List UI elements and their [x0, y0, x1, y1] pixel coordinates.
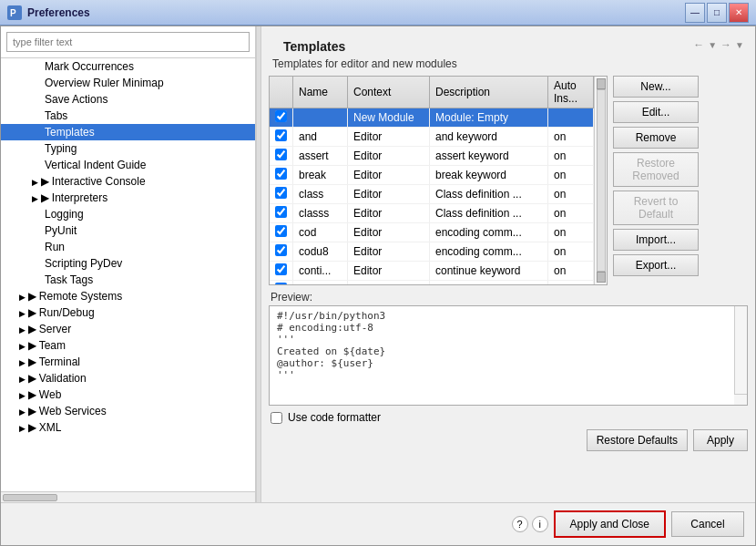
nav-arrows: ← ▼ → ▼ — [693, 38, 744, 51]
tree-item[interactable]: ▶ Terminal — [1, 354, 255, 370]
formatter-checkbox[interactable] — [271, 412, 282, 424]
col-context: Context — [348, 77, 430, 108]
row-context: Editor — [348, 223, 430, 242]
tree-item[interactable]: ▶ Remote Systems — [1, 288, 255, 304]
row-auto: on — [548, 242, 594, 262]
row-name: break — [293, 166, 348, 185]
row-context: Editor — [348, 185, 430, 204]
tree-item[interactable]: Scripting PyDev — [1, 255, 255, 272]
tree-item[interactable]: Typing — [1, 140, 255, 157]
row-checkbox[interactable] — [270, 242, 293, 262]
row-description: continue keyword — [430, 262, 548, 281]
back-icon[interactable]: ← — [693, 38, 704, 51]
svg-text:P: P — [10, 8, 16, 18]
table-row[interactable]: cod Editor encoding comm... on — [270, 223, 594, 242]
row-name: conti... — [293, 262, 348, 281]
panel-subtitle: Templates for editor and new modules — [261, 57, 755, 76]
tree-item[interactable]: ▶ Team — [1, 337, 255, 354]
forward-icon[interactable]: → — [720, 38, 731, 51]
apply-button[interactable]: Apply — [693, 429, 748, 451]
row-checkbox[interactable] — [270, 108, 293, 128]
table-row[interactable]: break Editor break keyword on — [270, 166, 594, 185]
col-name: Name — [293, 77, 348, 108]
row-description: Class definition ... — [430, 204, 548, 223]
tree-item[interactable]: Logging — [1, 206, 255, 222]
new-button[interactable]: New... — [613, 76, 699, 98]
row-description: encoding comm... — [430, 242, 548, 262]
info-icon[interactable]: i — [532, 516, 548, 532]
horizontal-scrollbar[interactable] — [1, 491, 255, 502]
edit-button[interactable]: Edit... — [613, 101, 699, 123]
tree-item[interactable]: Overview Ruler Minimap — [1, 75, 255, 91]
minimize-button[interactable]: — — [685, 3, 705, 23]
revert-to-default-button[interactable]: Revert to Default — [613, 191, 699, 225]
tree-item[interactable]: Tabs — [1, 108, 255, 124]
row-auto: on — [548, 223, 594, 242]
tree-item[interactable]: ▶ Interpreters — [1, 190, 255, 206]
row-checkbox[interactable] — [270, 262, 293, 281]
row-checkbox[interactable] — [270, 147, 293, 166]
apply-and-close-button[interactable]: Apply and Close — [554, 510, 666, 538]
table-row[interactable]: codu8 Editor encoding comm... on — [270, 242, 594, 262]
row-checkbox[interactable] — [270, 128, 293, 147]
table-row[interactable]: classs Editor Class definition ... on — [270, 204, 594, 223]
row-context: Editor — [348, 147, 430, 166]
maximize-button[interactable]: □ — [707, 3, 727, 23]
export-button[interactable]: Export... — [613, 254, 699, 276]
tree-item[interactable]: ▶ Interactive Console — [1, 173, 255, 190]
close-button[interactable]: ✕ — [729, 3, 749, 23]
nav-dropdown2[interactable]: ▼ — [735, 40, 744, 50]
preview-text: #!/usr/bin/python3 # encoding:utf-8 ''' … — [270, 306, 734, 405]
table-scroll[interactable]: Name Context Description Auto Ins... New… — [270, 77, 594, 284]
filter-box — [1, 26, 255, 58]
table-row[interactable]: class Editor Class definition ... on — [270, 185, 594, 204]
tree-item[interactable]: Templates — [1, 124, 255, 140]
tree-item[interactable]: PyUnit — [1, 222, 255, 239]
row-context: Editor — [348, 204, 430, 223]
tree-item[interactable]: Task Tags — [1, 272, 255, 288]
table-row[interactable]: assert Editor assert keyword on — [270, 147, 594, 166]
app-icon: P — [7, 5, 22, 20]
import-button[interactable]: Import... — [613, 229, 699, 251]
tree-item[interactable]: Mark Occurrences — [1, 58, 255, 75]
cancel-button[interactable]: Cancel — [671, 511, 744, 537]
row-checkbox[interactable] — [270, 204, 293, 223]
tree-item[interactable]: ▶ Validation — [1, 370, 255, 386]
tree-item[interactable]: Vertical Indent Guide — [1, 157, 255, 173]
row-auto — [548, 108, 594, 128]
nav-dropdown[interactable]: ▼ — [708, 40, 717, 50]
table-vertical-scrollbar[interactable] — [594, 77, 607, 284]
row-context: Editor — [348, 242, 430, 262]
row-checkbox[interactable] — [270, 185, 293, 204]
preview-vertical-scrollbar[interactable] — [734, 306, 747, 394]
preferences-dialog: Mark OccurrencesOverview Ruler MinimapSa… — [0, 26, 756, 546]
tree-item[interactable]: ▶ Server — [1, 321, 255, 337]
row-checkbox[interactable] — [270, 281, 293, 285]
table-row[interactable]: New Module Module: Empty — [270, 108, 594, 128]
row-description: Method definiti... — [430, 281, 548, 285]
row-checkbox[interactable] — [270, 166, 293, 185]
table-row[interactable]: conti... Editor continue keyword on — [270, 262, 594, 281]
filter-input[interactable] — [6, 32, 250, 52]
tree-item[interactable]: ▶ Web — [1, 386, 255, 403]
table-row[interactable]: def Editor Method definiti... on — [270, 281, 594, 285]
tree-item[interactable]: ▶ XML — [1, 419, 255, 436]
tree-item[interactable]: Save Actions — [1, 91, 255, 108]
left-panel: Mark OccurrencesOverview Ruler MinimapSa… — [1, 26, 256, 502]
restore-defaults-button[interactable]: Restore Defaults — [587, 429, 688, 451]
row-auto: on — [548, 166, 594, 185]
title-bar: P Preferences — □ ✕ — [0, 0, 756, 26]
bottom-bar: ? i Apply and Close Cancel — [1, 502, 755, 545]
row-checkbox[interactable] — [270, 223, 293, 242]
restore-removed-button[interactable]: Restore Removed — [613, 152, 699, 187]
tree-item[interactable]: ▶ Run/Debug — [1, 304, 255, 321]
preview-horizontal-scrollbar[interactable] — [734, 394, 747, 405]
tree-item[interactable]: Run — [1, 239, 255, 255]
remove-button[interactable]: Remove — [613, 127, 699, 149]
row-auto: on — [548, 204, 594, 223]
row-auto: on — [548, 147, 594, 166]
table-row[interactable]: and Editor and keyword on — [270, 128, 594, 147]
help-icon[interactable]: ? — [512, 516, 528, 532]
tree-item[interactable]: ▶ Web Services — [1, 403, 255, 419]
formatter-row: Use code formatter — [269, 411, 748, 424]
